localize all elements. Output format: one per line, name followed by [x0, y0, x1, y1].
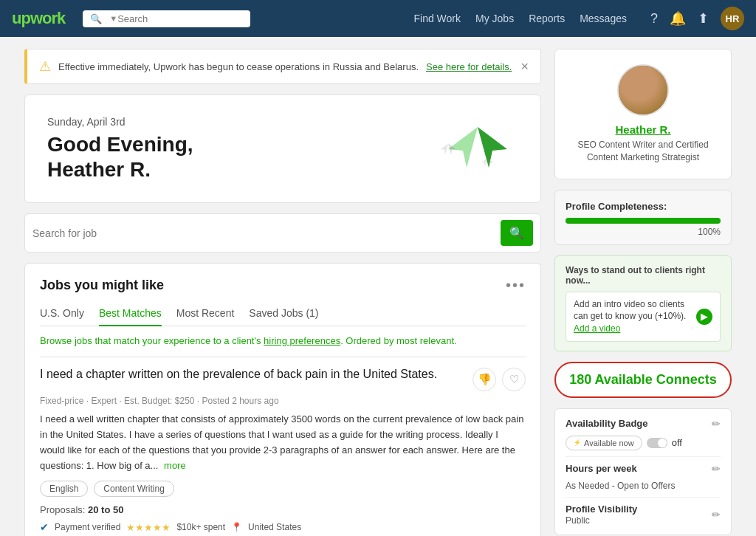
profile-name[interactable]: Heather R.	[567, 123, 719, 136]
tag-english[interactable]: English	[40, 481, 88, 497]
save-button[interactable]: ♡	[502, 368, 526, 391]
location-icon: 📍	[231, 522, 242, 532]
availability-toggle[interactable]	[647, 438, 667, 448]
hours-label: Hours per week	[566, 463, 637, 474]
job-posted: 2 hours ago	[232, 396, 278, 406]
job-level: Expert	[91, 396, 117, 406]
amount-spent: $10k+ spent	[176, 522, 225, 532]
add-video-link[interactable]: Add a video	[574, 323, 620, 334]
job-tags: English Content Writing	[40, 481, 526, 497]
profile-avatar	[617, 64, 669, 116]
alert-link[interactable]: See here for details.	[426, 61, 512, 72]
connects-count[interactable]: 180 Available Connects	[566, 372, 720, 388]
job-actions: 👎 ♡	[472, 368, 526, 391]
jobs-description: Browse jobs that match your experience t…	[40, 335, 526, 346]
dislike-button[interactable]: 👎	[472, 368, 496, 391]
avatar[interactable]: HR	[721, 7, 744, 30]
tab-saved-jobs[interactable]: Saved Jobs (1)	[249, 303, 318, 326]
alert-banner: ⚠ Effective immediately, Upwork has begu…	[24, 49, 541, 84]
upwork-logo[interactable]: upwork	[12, 9, 65, 28]
job-more-link[interactable]: more	[164, 460, 186, 471]
search-icon: 🔍	[90, 13, 102, 24]
tab-most-recent[interactable]: Most Recent	[176, 303, 235, 326]
visibility-info: Profile Visibility Public	[566, 504, 637, 526]
visibility-label: Profile Visibility	[566, 504, 637, 515]
tab-us-only[interactable]: U.S. Only	[40, 303, 84, 326]
jobs-description-prefix: Browse jobs that match your experience t…	[40, 335, 264, 346]
badge-row: ⚡ Available now off	[566, 436, 721, 450]
standout-item-text: Add an intro video so clients can get to…	[574, 298, 690, 335]
nav-my-jobs[interactable]: My Jobs	[475, 13, 514, 24]
search-dropdown-icon[interactable]: ▼	[109, 14, 117, 23]
jobs-tabs: U.S. Only Best Matches Most Recent Saved…	[40, 303, 526, 326]
job-meta: Fixed-price · Expert · Est. Budget: $250…	[40, 396, 526, 406]
search-input[interactable]	[117, 13, 243, 24]
greeting-date: Sunday, April 3rd	[47, 116, 193, 128]
paper-plane-graphic	[437, 120, 518, 179]
visibility-edit-button[interactable]: ✏	[712, 509, 721, 520]
plane-svg	[437, 120, 518, 179]
jobs-card-title: Jobs you might like	[40, 278, 164, 293]
job-title[interactable]: I need a chapter written on the prevalen…	[40, 368, 465, 381]
availability-edit-button[interactable]: ✏	[712, 418, 721, 430]
job-location: United States	[248, 522, 301, 532]
job-description: I need a well written chapter that consi…	[40, 412, 526, 473]
greeting-line1: Good Evening,	[47, 133, 193, 156]
navbar: upwork 🔍 ▼ Find Work My Jobs Reports Mes…	[0, 0, 756, 37]
progress-bar-background	[566, 218, 721, 224]
job-footer: ✔ Payment verified ★★★★★ $10k+ spent 📍 U…	[40, 521, 526, 533]
nav-reports[interactable]: Reports	[529, 13, 565, 24]
hours-edit-button[interactable]: ✏	[712, 463, 721, 475]
connects-section: 180 Available Connects	[554, 362, 732, 398]
job-budget: $250	[175, 396, 195, 406]
job-description-text: I need a well written chapter that consi…	[40, 413, 523, 470]
availability-row: Availability Badge ✏	[566, 418, 721, 430]
nav-messages[interactable]: Messages	[580, 13, 627, 24]
pointer-icon[interactable]: ⬆	[698, 10, 709, 27]
alert-text: Effective immediately, Upwork has begun …	[58, 61, 419, 72]
jobs-more-button[interactable]: •••	[506, 277, 526, 294]
badge-dot: ⚡	[574, 439, 581, 446]
notification-icon[interactable]: 🔔	[670, 10, 686, 27]
alert-icon: ⚠	[39, 58, 51, 75]
toggle-label: off	[672, 437, 682, 448]
help-icon[interactable]: ?	[650, 11, 658, 27]
search-bar[interactable]: 🔍 ▼	[83, 10, 250, 27]
proposals: Proposals: 20 to 50	[40, 504, 526, 515]
jobs-card: Jobs you might like ••• U.S. Only Best M…	[24, 263, 541, 536]
avatar-initials: HR	[726, 13, 740, 24]
hours-row: Hours per week ✏	[566, 463, 721, 475]
payment-verified-text: Payment verified	[55, 522, 120, 532]
payment-verified-icon: ✔	[40, 521, 49, 533]
divider-2	[566, 497, 721, 498]
standout-section: Ways to stand out to clients right now..…	[554, 255, 732, 351]
left-column: ⚠ Effective immediately, Upwork has begu…	[24, 49, 541, 536]
hiring-preferences-link[interactable]: hiring preferences	[264, 335, 340, 346]
completeness-label: Profile Completeness:	[566, 201, 721, 212]
job-search-container: 🔍	[24, 213, 541, 252]
visibility-value: Public	[566, 515, 590, 526]
standout-item: Add an intro video so clients can get to…	[566, 292, 721, 342]
job-listing-header: I need a chapter written on the prevalen…	[40, 368, 526, 391]
visibility-row: Profile Visibility Public ✏	[566, 504, 721, 526]
standout-arrow-icon[interactable]: ▶	[696, 309, 712, 325]
job-search-button[interactable]: 🔍	[501, 220, 533, 246]
tab-best-matches[interactable]: Best Matches	[99, 303, 162, 326]
info-section: Availability Badge ✏ ⚡ Available now off…	[554, 408, 732, 535]
profile-completeness-section: Profile Completeness: 100%	[554, 190, 732, 245]
rating-stars: ★★★★★	[126, 522, 171, 533]
standout-title: Ways to stand out to clients right now..…	[566, 265, 721, 286]
job-search-input[interactable]	[32, 227, 495, 239]
badge-text: Available now	[584, 439, 634, 447]
nav-links: Find Work My Jobs Reports Messages	[413, 13, 627, 24]
nav-find-work[interactable]: Find Work	[413, 13, 461, 24]
completeness-percentage: 100%	[566, 227, 721, 237]
available-now-badge: ⚡ Available now	[566, 436, 642, 450]
job-type: Fixed-price	[40, 396, 83, 406]
alert-close-button[interactable]: ×	[520, 59, 529, 75]
greeting-text: Sunday, April 3rd Good Evening, Heather …	[47, 116, 193, 182]
divider-1	[566, 456, 721, 457]
tag-content-writing[interactable]: Content Writing	[94, 481, 173, 497]
avatar-image	[619, 64, 667, 116]
standout-text: Add an intro video so clients can get to…	[574, 299, 686, 322]
